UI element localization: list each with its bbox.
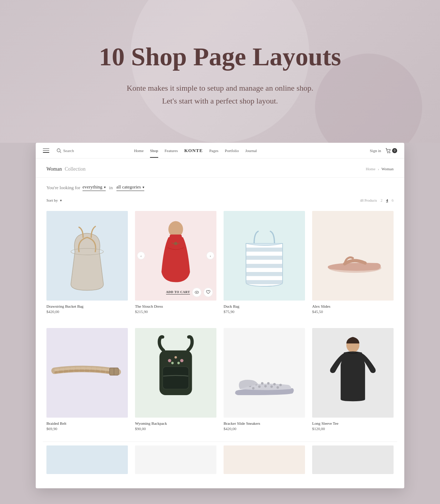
- categories-dropdown[interactable]: all categories ▾: [116, 184, 144, 191]
- products-count-section: 48 Products 2 4 6: [360, 198, 394, 202]
- shop-preview: Search Home Shop Features KONTE Pages Po…: [36, 143, 404, 488]
- svg-point-7: [174, 242, 177, 245]
- svg-rect-19: [163, 367, 189, 389]
- quick-view-button[interactable]: [192, 288, 201, 297]
- product-price: $45,50: [312, 309, 394, 314]
- heart-icon: [206, 290, 210, 294]
- svg-point-29: [273, 383, 276, 385]
- product-card: Drawstring Bucket Bag $420,00: [43, 207, 131, 317]
- product-image: [312, 445, 394, 474]
- products-count: 48 Products: [360, 198, 377, 202]
- product-price: $75,90: [224, 309, 305, 314]
- svg-rect-6: [170, 235, 182, 240]
- grid-option-6[interactable]: 6: [392, 198, 394, 202]
- nav-brand[interactable]: KONTE: [184, 148, 203, 153]
- product-image: [46, 211, 128, 301]
- page-title: Woman: [46, 166, 62, 172]
- product-illustration: [224, 211, 305, 301]
- product-price: $420,00: [224, 427, 305, 431]
- svg-rect-14: [246, 280, 283, 284]
- products-grid: Drawstring Bucket Bag $420,00 ‹ ›: [36, 207, 404, 324]
- product-card: [309, 442, 397, 481]
- carousel-next-button[interactable]: ›: [206, 252, 214, 259]
- product-name: Long Sleeve Tee: [312, 421, 394, 425]
- nav-links: Home Shop Features KONTE Pages Portfolio…: [134, 148, 257, 153]
- svg-point-32: [258, 385, 261, 388]
- product-card: Long Sleeve Tee $120,00: [309, 324, 397, 434]
- nav-link-journal[interactable]: Journal: [245, 148, 257, 153]
- hero-title: 10 Shop Page Layouts: [99, 43, 341, 71]
- nav-link-features[interactable]: Features: [165, 148, 178, 153]
- svg-point-33: [264, 385, 267, 387]
- product-image: [312, 211, 394, 301]
- menu-icon[interactable]: [43, 148, 49, 153]
- breadcrumb-home[interactable]: Home: [366, 167, 375, 171]
- product-name: Bracker Slide Sneakers: [224, 421, 305, 425]
- products-grid-row2: Braided Belt $69,90: [36, 324, 404, 442]
- product-illustration: [46, 328, 128, 418]
- search-label: Search: [63, 148, 74, 153]
- product-image: [46, 445, 128, 474]
- grid-option-4[interactable]: 4: [386, 198, 388, 202]
- product-price: $120,00: [312, 427, 394, 431]
- product-illustration: [312, 211, 394, 301]
- product-name: Braided Belt: [46, 421, 128, 425]
- nav-link-home[interactable]: Home: [134, 148, 144, 153]
- product-image: [135, 328, 216, 418]
- cart-button[interactable]: 0: [385, 148, 397, 153]
- everything-dropdown[interactable]: everything ▾: [82, 184, 106, 191]
- product-price: $420,00: [46, 309, 128, 314]
- svg-point-9: [196, 292, 198, 293]
- svg-point-30: [279, 384, 282, 386]
- product-illustration: [46, 211, 128, 301]
- nav-link-shop[interactable]: Shop: [150, 148, 158, 153]
- carousel-prev-button[interactable]: ‹: [137, 252, 145, 259]
- svg-point-35: [276, 386, 279, 389]
- nav-link-pages[interactable]: Pages: [209, 148, 219, 153]
- breadcrumb-current: Woman: [381, 167, 394, 171]
- cart-icon: [385, 148, 391, 153]
- svg-point-34: [270, 385, 273, 388]
- svg-point-21: [175, 356, 177, 358]
- svg-point-28: [267, 382, 270, 384]
- svg-rect-12: [246, 264, 283, 268]
- svg-point-24: [171, 362, 174, 364]
- svg-point-20: [168, 359, 171, 362]
- sort-by-dropdown[interactable]: Sort by ▾: [46, 198, 62, 202]
- product-card: Bracker Slide Sneakers $420,00: [220, 324, 309, 434]
- product-price: $69,90: [46, 427, 128, 431]
- product-illustration: [224, 328, 305, 418]
- search-button[interactable]: Search: [56, 148, 74, 153]
- nav-link-portfolio[interactable]: Portfolio: [225, 148, 239, 153]
- svg-point-27: [261, 382, 264, 384]
- product-card: [131, 442, 220, 481]
- product-actions: ADD TO CART: [166, 288, 213, 297]
- svg-point-0: [57, 148, 60, 152]
- product-name: Duck Bag: [224, 304, 305, 308]
- nav-actions: Sign in 0: [370, 148, 397, 153]
- sign-in-button[interactable]: Sign in: [370, 148, 381, 153]
- product-price: $90,00: [135, 427, 216, 431]
- everything-dropdown-arrow: ▾: [104, 185, 106, 189]
- product-card: ‹ › ADD TO CART: [131, 207, 220, 317]
- filter-row: You're looking for everything ▾ in all c…: [36, 178, 404, 195]
- cart-count: 0: [392, 148, 397, 153]
- products-grid-row3: [36, 442, 404, 488]
- svg-point-23: [178, 362, 180, 364]
- product-card: Alex Slides $45,50: [309, 207, 397, 317]
- breadcrumb-separator: ›: [378, 167, 379, 171]
- svg-point-22: [180, 359, 184, 362]
- filter-looking-for-label: You're looking for: [46, 185, 80, 191]
- product-image: [224, 211, 305, 301]
- wishlist-button[interactable]: [204, 288, 213, 297]
- hero-section: 10 Shop Page Layouts Konte makes it simp…: [0, 0, 440, 143]
- product-image: [135, 445, 216, 474]
- product-illustration: [312, 328, 394, 418]
- add-to-cart-button[interactable]: ADD TO CART: [166, 290, 190, 294]
- svg-point-31: [252, 387, 255, 389]
- product-name: The Slouch Dress: [135, 304, 216, 308]
- svg-point-2: [388, 152, 388, 153]
- grid-option-2[interactable]: 2: [381, 198, 383, 202]
- product-card: [43, 442, 131, 481]
- page-title-section: Woman Collection: [46, 166, 86, 172]
